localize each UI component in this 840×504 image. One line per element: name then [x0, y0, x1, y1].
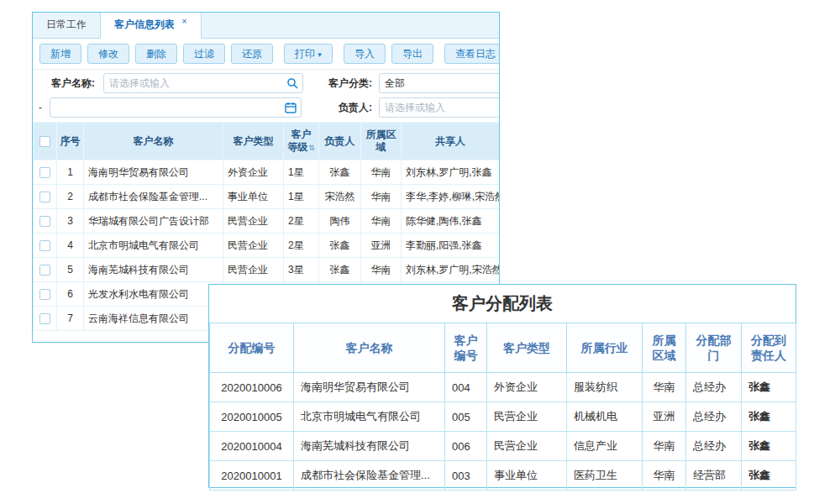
table-row: 2 成都市社会保险基金管理... 事业单位 1星 宋浩然 华南 李华,李婷,柳琳…: [34, 185, 500, 209]
restore-button[interactable]: 还原: [231, 44, 273, 64]
col-header-no: 序号: [57, 123, 84, 160]
cell-owner[interactable]: 张鑫: [319, 258, 361, 282]
export-button[interactable]: 导出: [391, 44, 433, 64]
modify-button[interactable]: 修改: [87, 44, 129, 64]
cell-level: 3星: [284, 258, 319, 282]
row-checkbox[interactable]: [39, 216, 50, 227]
cell-assignee[interactable]: 张鑫: [742, 432, 796, 461]
allocation-table: 分配编号 客户名称 客户编号 客户类型 所属行业 所属区域 分配部门 分配到责任…: [209, 323, 796, 491]
cell-alloc-no[interactable]: 2020010001: [210, 461, 294, 491]
cell-customer-name[interactable]: 海南明华贸易有限公司: [294, 373, 445, 402]
col-header-dept: 分配部门: [686, 323, 742, 373]
cell-region: 华南: [361, 209, 402, 234]
date-input[interactable]: [50, 97, 302, 118]
cell-no: 1: [57, 160, 84, 185]
table-row: 2020010006 海南明华贸易有限公司 004 外资企业 服装纺织 华南 总…: [210, 373, 796, 402]
row-checkbox[interactable]: [39, 289, 50, 300]
cell-cust-no: 004: [445, 373, 487, 402]
sort-icon[interactable]: ⇅: [308, 144, 315, 152]
cell-shared: 陈华健,陶伟,张鑫: [402, 209, 500, 234]
print-button-label: 打印: [295, 48, 315, 60]
col-header-assignee: 分配到责任人: [742, 323, 796, 373]
desktop: 日常工作 客户信息列表 × 新增 修改 删除 过滤 还原 打印 ▾ 导入 导出 …: [0, 0, 840, 504]
cell-customer-name[interactable]: 海南明华贸易有限公司: [84, 160, 223, 185]
import-button[interactable]: 导入: [344, 44, 386, 64]
cell-assignee[interactable]: 张鑫: [742, 461, 796, 491]
cell-owner[interactable]: 张鑫: [319, 160, 361, 185]
page-title: 客户分配列表: [209, 285, 795, 323]
cell-type: 外资企业: [487, 373, 567, 402]
cell-region: 华南: [361, 160, 402, 185]
row-checkbox[interactable]: [39, 192, 50, 202]
select-all-checkbox[interactable]: [39, 136, 50, 147]
col-header-name: 客户名称: [294, 323, 445, 373]
cell-region: 华南: [361, 258, 402, 282]
cell-assignee[interactable]: 张鑫: [742, 373, 796, 402]
cell-level: 1星: [284, 160, 319, 185]
cell-customer-name[interactable]: 成都市社会保险基金管理...: [294, 461, 445, 491]
cell-region: 华南: [643, 373, 686, 402]
owner-label: 负责人:: [332, 97, 372, 118]
cell-industry: 机械机电: [567, 402, 643, 432]
cell-region: 华南: [361, 185, 402, 209]
row-checkbox[interactable]: [39, 313, 50, 324]
calendar-icon[interactable]: [285, 102, 297, 113]
cell-owner[interactable]: 陶伟: [319, 209, 361, 234]
customer-table-header-row: 序号 客户名称 客户类型 客户等级⇅ 负责人 所属区域 共享人: [34, 123, 500, 160]
cell-customer-name[interactable]: 成都市社会保险基金管理...: [84, 185, 223, 209]
cell-owner[interactable]: 张鑫: [319, 234, 361, 258]
view-log-button[interactable]: 查看日志: [444, 44, 500, 64]
cell-type: 民营企业: [487, 432, 567, 461]
caret-down-icon: ▾: [318, 50, 322, 59]
cell-type: 民营企业: [223, 209, 284, 234]
allocation-panel: 客户分配列表 分配编号 客户名称 客户编号 客户类型 所属行业 所属区域 分配部…: [208, 284, 796, 488]
select-all-header: [34, 123, 57, 160]
search-icon[interactable]: [286, 77, 298, 89]
cell-customer-name[interactable]: 海南芜城科技有限公司: [84, 258, 223, 282]
cell-customer-name[interactable]: 云南海祥信息有限公司: [84, 307, 223, 331]
table-row: 2020010004 海南芜城科技有限公司 006 民营企业 信息产业 华南 总…: [210, 432, 796, 461]
col-header-type: 客户类型: [487, 323, 567, 373]
cell-alloc-no[interactable]: 2020010004: [210, 432, 294, 461]
cell-customer-name[interactable]: 北京市明城电气有限公司: [84, 234, 223, 258]
row-checkbox[interactable]: [39, 265, 50, 276]
col-header-alloc-no: 分配编号: [210, 323, 294, 373]
delete-button[interactable]: 删除: [135, 44, 177, 64]
cell-alloc-no[interactable]: 2020010005: [210, 402, 294, 432]
cell-customer-name[interactable]: 海南芜城科技有限公司: [294, 432, 445, 461]
cell-owner[interactable]: 宋浩然: [319, 185, 361, 209]
owner-input[interactable]: [379, 97, 500, 118]
col-header-cust-no: 客户编号: [445, 323, 487, 373]
cell-region: 华南: [643, 461, 686, 491]
tab-daily-work[interactable]: 日常工作: [33, 13, 100, 38]
cell-no: 5: [57, 258, 84, 282]
tab-customer-info-list[interactable]: 客户信息列表 ×: [100, 13, 202, 39]
close-icon[interactable]: ×: [181, 12, 186, 34]
cell-type: 外资企业: [223, 160, 284, 185]
table-row: 3 华瑞城有限公司广告设计部 民营企业 2星 陶伟 华南 陈华健,陶伟,张鑫: [34, 209, 500, 234]
cell-customer-name[interactable]: 光发水利水电有限公司: [84, 282, 223, 307]
cell-cust-no: 006: [445, 432, 487, 461]
cell-customer-name[interactable]: 北京市明城电气有限公司: [294, 402, 445, 432]
cell-customer-name[interactable]: 华瑞城有限公司广告设计部: [84, 209, 223, 234]
cell-alloc-no[interactable]: 2020010006: [210, 373, 294, 402]
cell-cust-no: 005: [445, 402, 487, 432]
row-checkbox[interactable]: [39, 240, 50, 251]
category-select[interactable]: [379, 73, 500, 93]
cell-industry: 医药卫生: [567, 461, 643, 491]
add-button[interactable]: 新增: [39, 44, 81, 64]
row-checkbox[interactable]: [39, 167, 50, 178]
col-header-type: 客户类型: [223, 123, 284, 160]
filter-button[interactable]: 过滤: [183, 44, 225, 64]
cell-dept: 经营部: [686, 461, 742, 491]
cell-type: 民营企业: [223, 258, 284, 282]
cell-shared: 李勤丽,阳强,张鑫: [402, 234, 500, 258]
table-row: 5 海南芜城科技有限公司 民营企业 3星 张鑫 华南 刘东林,罗广明,宋浩然,张…: [34, 258, 500, 282]
col-header-owner: 负责人: [319, 123, 361, 160]
tab-label: 客户信息列表: [114, 18, 175, 30]
customer-name-input[interactable]: [103, 73, 303, 93]
cell-no: 7: [57, 307, 84, 331]
print-button[interactable]: 打印 ▾: [284, 44, 333, 64]
table-row: 2020010001 成都市社会保险基金管理... 003 事业单位 医药卫生 …: [210, 461, 796, 491]
cell-assignee[interactable]: 张鑫: [742, 402, 796, 432]
